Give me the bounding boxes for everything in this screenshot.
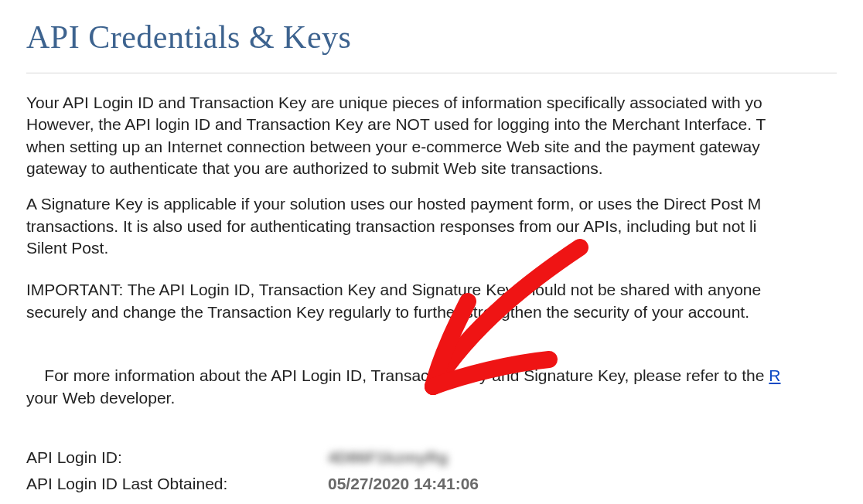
value-api-login-id: 4D86F1kzmyRg (328, 444, 448, 471)
label-api-login-id: API Login ID: (26, 444, 328, 471)
row-api-login-id: API Login ID: 4D86F1kzmyRg (26, 444, 837, 471)
important-paragraph: IMPORTANT: The API Login ID, Transaction… (26, 279, 837, 323)
reference-guide-link[interactable]: R (769, 366, 780, 384)
row-api-login-id-last-obtained: API Login ID Last Obtained: 05/27/2020 1… (26, 471, 837, 497)
page-title: API Credentials & Keys (26, 19, 837, 56)
more-info-prefix: For more information about the API Login… (44, 366, 769, 384)
page-container: API Credentials & Keys Your API Login ID… (0, 0, 863, 504)
more-info-paragraph: For more information about the API Login… (26, 343, 837, 431)
credentials-table: API Login ID: 4D86F1kzmyRg API Login ID … (26, 444, 837, 504)
intro-paragraph-1: Your API Login ID and Transaction Key ar… (26, 92, 837, 179)
label-transaction-key-last-obtained: Transaction Key Last Obtained: (26, 497, 328, 504)
value-api-login-id-last-obtained: 05/27/2020 14:41:06 (328, 471, 479, 497)
horizontal-rule (26, 73, 837, 73)
intro-paragraph-2: A Signature Key is applicable if your so… (26, 193, 837, 259)
value-transaction-key-last-obtained: 05/27/2020 14:41:00 (328, 497, 479, 504)
row-transaction-key-last-obtained: Transaction Key Last Obtained: 05/27/202… (26, 497, 837, 504)
label-api-login-id-last-obtained: API Login ID Last Obtained: (26, 471, 328, 497)
more-info-suffix: your Web developer. (26, 389, 175, 407)
